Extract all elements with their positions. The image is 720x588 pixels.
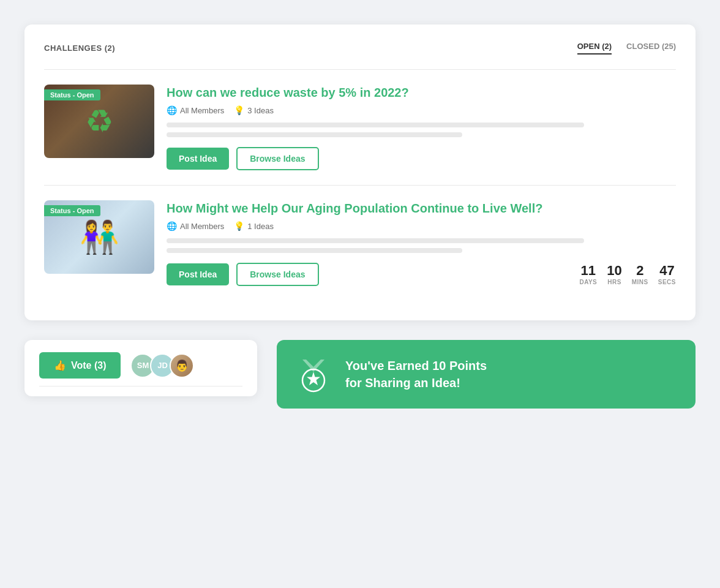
hrs-label: HRS	[607, 279, 621, 285]
meta-ideas-1: 💡 3 Ideas	[234, 105, 274, 115]
secs-label: SECS	[658, 279, 676, 285]
description-2	[167, 238, 676, 253]
globe-icon-1: 🌐	[167, 105, 177, 115]
post-idea-button-1[interactable]: Post Idea	[167, 148, 229, 170]
challenge-meta-2: 🌐 All Members 💡 1 Ideas	[167, 221, 676, 231]
status-badge-1: Status - Open	[44, 89, 100, 100]
desc-line-medium-2	[167, 248, 462, 253]
challenge-content-1: How can we reduce waste by 5% in 2022? 🌐…	[167, 85, 676, 170]
hrs-value: 10	[607, 264, 621, 277]
audience-label-2: All Members	[180, 222, 224, 231]
tab-group: OPEN (2) CLOSED (25)	[577, 42, 676, 55]
bulb-icon-1: 💡	[234, 105, 244, 115]
desc-line-long-2	[167, 238, 584, 243]
audience-label-1: All Members	[180, 106, 224, 115]
challenge-image-2: Status - Open	[44, 200, 154, 274]
countdown-secs: 47 SECS	[658, 264, 676, 285]
earned-line2: for Sharing an Idea!	[345, 374, 487, 391]
avatar-sm-initials: SM	[137, 361, 149, 370]
meta-audience-1: 🌐 All Members	[167, 105, 224, 115]
earned-card: You've Earned 10 Points for Sharing an I…	[277, 340, 696, 409]
mins-label: MINS	[632, 279, 648, 285]
bottom-section: 👍 Vote (3) SM JD 👨	[24, 340, 696, 409]
challenge-item-1: Status - Open How can we reduce waste by…	[44, 69, 676, 185]
action-row-2: Post Idea Browse Ideas 11 DAYS 10 HRS	[167, 263, 676, 286]
browse-ideas-button-2[interactable]: Browse Ideas	[236, 263, 318, 286]
vote-card: 👍 Vote (3) SM JD 👨	[24, 340, 257, 396]
challenge-image-1: Status - Open	[44, 85, 154, 158]
challenge-title-2: How Might we Help Our Aging Population C…	[167, 200, 676, 216]
status-badge-2: Status - Open	[44, 205, 100, 216]
tab-closed[interactable]: CLOSED (25)	[626, 42, 676, 55]
thumbs-up-icon: 👍	[54, 360, 66, 371]
meta-ideas-2: 💡 1 Ideas	[234, 221, 274, 231]
challenge-meta-1: 🌐 All Members 💡 3 Ideas	[167, 105, 676, 115]
avatar-jd-initials: JD	[157, 361, 168, 370]
avatar-photo-inner: 👨	[171, 355, 193, 377]
days-value: 11	[579, 264, 597, 277]
challenges-title: CHALLENGES (2)	[44, 43, 115, 53]
challenge-title-1: How can we reduce waste by 5% in 2022?	[167, 85, 676, 100]
earned-line1: You've Earned 10 Points	[345, 357, 487, 374]
action-row-1: Post Idea Browse Ideas	[167, 147, 676, 170]
countdown-mins: 2 MINS	[632, 264, 648, 285]
countdown-days: 11 DAYS	[579, 264, 597, 285]
vote-button[interactable]: 👍 Vote (3)	[39, 352, 121, 379]
vote-label: Vote (3)	[71, 360, 106, 371]
earned-text: You've Earned 10 Points for Sharing an I…	[345, 357, 487, 391]
countdown-hrs: 10 HRS	[607, 264, 621, 285]
challenge-item-2: Status - Open How Might we Help Our Agin…	[44, 185, 676, 301]
avatar-photo: 👨	[170, 353, 194, 378]
post-idea-button-2[interactable]: Post Idea	[167, 263, 229, 285]
vote-divider	[39, 386, 242, 386]
globe-icon-2: 🌐	[167, 221, 177, 231]
secs-value: 47	[658, 264, 676, 277]
browse-ideas-button-1[interactable]: Browse Ideas	[236, 147, 318, 170]
challenges-card: CHALLENGES (2) OPEN (2) CLOSED (25) Stat…	[24, 24, 696, 320]
countdown: 11 DAYS 10 HRS 2 MINS 47	[579, 264, 676, 285]
medal-icon	[294, 355, 333, 394]
ideas-count-2: 1 Ideas	[247, 222, 274, 231]
card-header: CHALLENGES (2) OPEN (2) CLOSED (25)	[44, 42, 676, 55]
btn-group-2: Post Idea Browse Ideas	[167, 263, 319, 286]
tab-open[interactable]: OPEN (2)	[577, 42, 612, 55]
description-1	[167, 123, 676, 137]
bulb-icon-2: 💡	[234, 221, 244, 231]
desc-line-medium	[167, 132, 462, 137]
meta-audience-2: 🌐 All Members	[167, 221, 224, 231]
mins-value: 2	[632, 264, 648, 277]
btn-group-1: Post Idea Browse Ideas	[167, 147, 319, 170]
vote-row: 👍 Vote (3) SM JD 👨	[39, 352, 242, 379]
desc-line-long	[167, 123, 584, 127]
days-label: DAYS	[579, 279, 597, 285]
challenge-content-2: How Might we Help Our Aging Population C…	[167, 200, 676, 286]
avatars-group: SM JD 👨	[130, 353, 194, 378]
ideas-count-1: 3 Ideas	[247, 106, 274, 115]
